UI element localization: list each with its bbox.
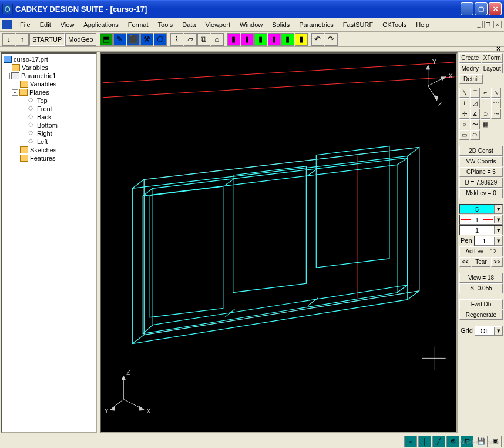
status-snap5-icon[interactable]: ⊡ (461, 436, 473, 447)
grid-select[interactable]: Off▾ (475, 326, 503, 336)
scale-button[interactable]: S=0.055 (459, 283, 503, 293)
path-tool-icon[interactable]: ⤳ (491, 109, 501, 119)
tree-plane-bottom[interactable]: Bottom (37, 122, 58, 129)
tool-cylinder-icon[interactable]: ⌇ (170, 33, 183, 46)
linestyle1-select[interactable]: 1▾ (459, 215, 503, 225)
tree-root[interactable]: curso-17.prt (14, 56, 48, 63)
rect-tool-icon[interactable]: ▭ (459, 130, 469, 140)
menu-file[interactable]: File (15, 20, 35, 29)
view-button[interactable]: View = 18 (459, 273, 503, 283)
line-tool-icon[interactable]: ╲ (459, 88, 469, 98)
menu-help[interactable]: Help (411, 20, 434, 29)
menu-solids[interactable]: Solids (267, 20, 294, 29)
modify-button[interactable]: Modify (459, 63, 481, 73)
tree-planes[interactable]: Planes (29, 89, 49, 96)
tree-features[interactable]: Features (30, 155, 55, 162)
cplane-button[interactable]: CPlane = 5 (459, 167, 503, 177)
fillet-tool-icon[interactable]: ◠ (470, 130, 480, 140)
vertical-splitter[interactable] (98, 52, 99, 434)
close-button[interactable]: ✕ (489, 2, 502, 15)
d-value-button[interactable]: D = 7.98929 (459, 178, 503, 188)
tree-variables2[interactable]: Variables (30, 81, 56, 88)
menu-parametrics[interactable]: Parametrics (294, 20, 338, 29)
status-snap3-icon[interactable]: ╱ (432, 436, 445, 447)
regenerate-button[interactable]: Regenerate (459, 310, 503, 320)
3d-viewport[interactable]: Y X Z Z X Y (100, 52, 458, 433)
startup-button[interactable]: STARTUP (29, 33, 65, 46)
arrow-up-button[interactable]: ↑ (16, 33, 29, 46)
status-snap4-icon[interactable]: ⊗ (446, 436, 459, 447)
tool-cube-icon[interactable]: ⬛ (127, 33, 140, 46)
status-snap2-icon[interactable]: │ (418, 436, 431, 447)
tool-magenta3-icon[interactable]: ▮ (268, 33, 281, 46)
menu-format[interactable]: Format (123, 20, 153, 29)
tree-sketches[interactable]: Sketches (30, 146, 56, 153)
tool-wire-icon[interactable]: ⬡ (154, 33, 167, 46)
linestyle2-select[interactable]: 1▾ (459, 225, 503, 235)
menu-viewport[interactable]: Viewport (200, 20, 235, 29)
tool-box-icon[interactable]: ▱ (184, 33, 197, 46)
pen-select[interactable]: 1▾ (474, 236, 503, 246)
grid-tool-icon[interactable]: ▦ (481, 119, 490, 129)
wave-tool-icon[interactable]: 〜 (470, 119, 480, 129)
ellipse-tool-icon[interactable]: ⬭ (481, 109, 490, 119)
layout-button[interactable]: Layout (482, 63, 503, 73)
arc-tool-icon[interactable]: ⌒ (470, 88, 480, 98)
curve-tool-icon[interactable]: ∿ (491, 88, 501, 98)
tree-plane-right[interactable]: Right (37, 130, 52, 137)
arc2-tool-icon[interactable]: ⌒ (481, 98, 490, 108)
tear-button[interactable]: Tear (472, 257, 490, 267)
tree-plane-back[interactable]: Back (37, 113, 51, 121)
undo-button[interactable]: ↶ (311, 33, 324, 46)
maximize-button[interactable]: ▢ (475, 2, 488, 15)
menu-window[interactable]: Window (235, 20, 267, 29)
tree-plane-left[interactable]: Left (37, 138, 48, 145)
actlev-button[interactable]: ActLev = 12 (459, 246, 503, 256)
panel-close-icon[interactable]: × (496, 45, 500, 53)
tree-parametric[interactable]: Parametric1 (21, 72, 56, 79)
circle-tool-icon[interactable]: ○ (459, 119, 469, 129)
menu-cktools[interactable]: CKTools (378, 20, 411, 29)
msklev-button[interactable]: MskLev = 0 (459, 188, 503, 198)
2d-const-button[interactable]: 2D Const (459, 146, 503, 156)
minimize-button[interactable]: _ (461, 2, 473, 15)
tree-plane-top[interactable]: Top (37, 97, 48, 104)
tool-sketch-icon[interactable]: ✎ (113, 33, 126, 46)
menu-data[interactable]: Data (177, 20, 200, 29)
collapse-icon[interactable]: - (4, 73, 10, 79)
arrow-down-button[interactable]: ↓ (2, 33, 15, 46)
menu-fastsurf[interactable]: FastSURF (338, 20, 378, 29)
color-select[interactable]: 5▾ (459, 204, 503, 214)
fwd-db-button[interactable]: Fwd Db (459, 299, 503, 309)
tool-stack-icon[interactable]: ⧉ (197, 33, 210, 46)
vw-coords-button[interactable]: VW Coords (459, 156, 503, 166)
create-button[interactable]: Create (459, 53, 481, 63)
tool-house-icon[interactable]: ⌂ (211, 33, 224, 46)
status-snap1-icon[interactable]: ▫ (404, 436, 417, 447)
status-screen-icon[interactable]: ▣ (489, 436, 502, 447)
menu-edit[interactable]: Edit (35, 20, 56, 29)
mdi-minimize-button[interactable]: _ (475, 21, 483, 28)
spline-tool-icon[interactable]: 〰 (491, 98, 501, 108)
tool-magenta2-icon[interactable]: ▮ (241, 33, 254, 46)
menu-applications[interactable]: Applications (79, 20, 123, 29)
mdi-close-button[interactable]: × (493, 21, 502, 28)
menu-view[interactable]: View (56, 20, 79, 29)
angle-tool-icon[interactable]: ∡ (470, 109, 480, 119)
xform-button[interactable]: XForm (482, 53, 503, 63)
cross-tool-icon[interactable]: + (459, 98, 469, 108)
redo-button[interactable]: ↷ (325, 33, 338, 46)
detail-button[interactable]: Detail (459, 74, 483, 84)
prev-button[interactable]: << (459, 257, 471, 267)
tool-hammer-icon[interactable]: ⚒ (140, 33, 153, 46)
triangle-tool-icon[interactable]: ◿ (470, 98, 480, 108)
tool-green1-icon[interactable]: ▮ (254, 33, 267, 46)
tool-magenta1-icon[interactable]: ▮ (227, 33, 240, 46)
tool-green2-icon[interactable]: ▮ (281, 33, 294, 46)
move-tool-icon[interactable]: ✢ (459, 109, 469, 119)
tree-variables[interactable]: Variables (22, 64, 48, 71)
tree-plane-front[interactable]: Front (37, 105, 52, 112)
status-save-icon[interactable]: 💾 (475, 436, 488, 447)
mdi-restore-button[interactable]: ❐ (484, 21, 492, 28)
tool-green-icon[interactable]: ⬒ (100, 33, 113, 46)
